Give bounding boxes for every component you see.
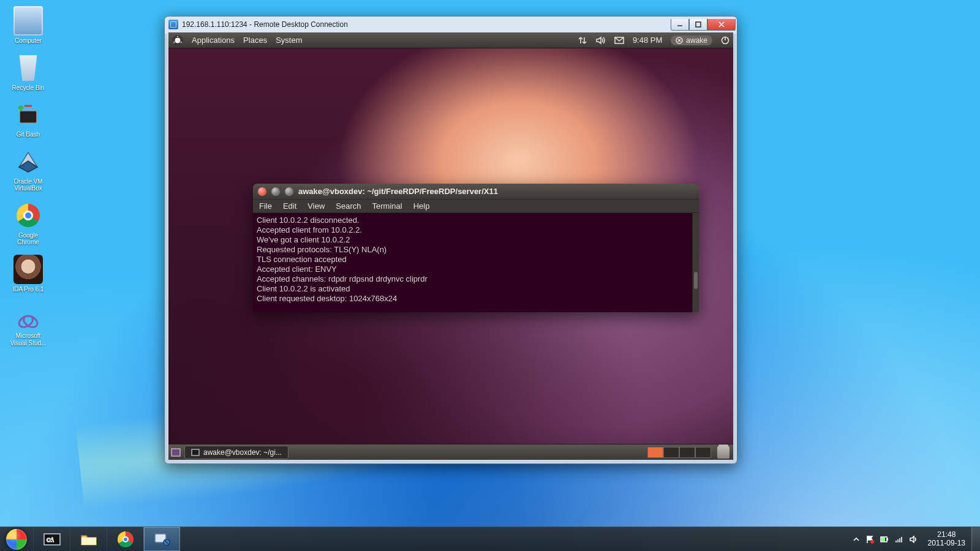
menu-places[interactable]: Places	[243, 36, 267, 45]
terminal-output[interactable]: Client 10.0.2.2 disconnected. Accepted c…	[253, 213, 699, 312]
window-buttons	[671, 19, 736, 31]
tray-flag-icon[interactable]	[865, 535, 874, 544]
desktop-icon-computer[interactable]: Computer	[4, 4, 53, 51]
virtualbox-icon	[13, 147, 43, 176]
close-button[interactable]	[707, 19, 736, 31]
desktop-icons: Computer Recycle Bin Git Bash Oracle VM …	[4, 4, 59, 353]
rdp-window[interactable]: 192.168.1.110:1234 - Remote Desktop Conn…	[164, 16, 737, 464]
desktop-icon-virtualbox[interactable]: Oracle VM VirtualBox	[4, 144, 53, 198]
terminal-minimize-button[interactable]	[271, 187, 280, 196]
start-button[interactable]	[0, 527, 33, 551]
menu-applications[interactable]: Applications	[192, 36, 235, 45]
term-line: We've got a client 10.0.2.2	[257, 235, 350, 244]
terminal-menu-file[interactable]: File	[259, 201, 272, 211]
term-line: Requested protocols: TLS(Y) NLA(n)	[257, 245, 386, 254]
rdp-client-area: Applications Places System 9:48 PM awake	[168, 32, 733, 460]
terminal-menu-help[interactable]: Help	[413, 201, 430, 211]
terminal-maximize-button[interactable]	[285, 187, 293, 196]
ubuntu-desktop[interactable]: Applications Places System 9:48 PM awake	[168, 32, 733, 460]
term-line: TLS connection accepted	[257, 255, 347, 264]
visual-studio-icon	[13, 301, 43, 331]
user-name: awake	[686, 36, 707, 45]
workspace-1[interactable]	[647, 447, 663, 458]
terminal-menu-search[interactable]: Search	[336, 201, 361, 211]
chrome-icon	[13, 201, 43, 230]
user-menu[interactable]: awake	[671, 36, 712, 45]
svg-rect-6	[192, 449, 199, 455]
rdp-title: 192.168.1.110:1234 - Remote Desktop Conn…	[182, 20, 348, 29]
svg-rect-0	[20, 111, 37, 123]
gnome-top-panel[interactable]: Applications Places System 9:48 PM awake	[168, 32, 733, 48]
tray-volume-icon[interactable]	[910, 536, 918, 543]
computer-icon	[13, 6, 43, 36]
label: Microsoft	[4, 332, 53, 340]
gnome-terminal-window[interactable]: awake@vboxdev: ~/git/FreeRDP/FreeRDP/ser…	[253, 184, 699, 312]
win7-desktop[interactable]: Computer Recycle Bin Git Bash Oracle VM …	[0, 0, 980, 551]
gnome-bottom-panel[interactable]: awake@vboxdev: ~/gi...	[168, 444, 733, 460]
taskbar-window-label: awake@vboxdev: ~/gi...	[203, 448, 282, 457]
power-icon[interactable]	[721, 36, 729, 45]
label: Google	[4, 232, 53, 239]
terminal-close-button[interactable]	[258, 187, 266, 196]
git-bash-icon	[13, 100, 43, 129]
taskbar-clock[interactable]: 21:48 2011-09-13	[924, 531, 969, 548]
svg-rect-9	[81, 538, 96, 545]
terminal-menu-terminal[interactable]: Terminal	[372, 201, 402, 211]
label2: Visual Stud...	[4, 340, 53, 347]
rdp-titlebar[interactable]: 192.168.1.110:1234 - Remote Desktop Conn…	[165, 17, 737, 32]
svg-point-12	[870, 540, 874, 544]
desktop-icon-recycle-bin[interactable]: Recycle Bin	[4, 51, 53, 98]
workspace-2[interactable]	[663, 447, 679, 458]
desktop-icon-visual-studio[interactable]: Microsoft Visual Stud...	[4, 299, 53, 353]
label: IDA Pro 6.1	[4, 286, 53, 293]
terminal-menubar[interactable]: File Edit View Search Terminal Help	[253, 200, 699, 213]
workspace-4[interactable]	[695, 447, 711, 458]
taskbar-app-rdp[interactable]	[143, 527, 180, 551]
label2: VirtualBox	[4, 185, 53, 192]
label: Oracle VM	[4, 178, 53, 186]
show-desktop-button[interactable]	[971, 527, 980, 551]
label: Computer	[4, 37, 53, 45]
terminal-titlebar[interactable]: awake@vboxdev: ~/git/FreeRDP/FreeRDP/ser…	[253, 184, 699, 200]
minimize-button[interactable]	[671, 19, 689, 31]
desktop-icon-ida-pro[interactable]: IDA Pro 6.1	[4, 252, 53, 299]
desktop-icon-git-bash[interactable]: Git Bash	[4, 97, 53, 144]
gnome-clock[interactable]: 9:48 PM	[633, 36, 662, 45]
mail-icon[interactable]	[614, 37, 624, 44]
tray-wifi-icon[interactable]	[895, 536, 903, 543]
show-desktop-icon[interactable]	[168, 448, 183, 457]
svg-rect-1	[696, 22, 701, 27]
rdp-app-icon	[168, 20, 178, 29]
term-line: Client requested desktop: 1024x768x24	[257, 294, 397, 303]
desktop-icon-chrome[interactable]: Google Chrome	[4, 198, 53, 252]
ida-pro-icon	[13, 255, 43, 284]
tray-power-icon[interactable]	[880, 536, 889, 543]
network-icon[interactable]	[578, 36, 587, 45]
taskbar-app-chrome[interactable]	[107, 527, 143, 551]
trash-icon[interactable]	[717, 446, 729, 459]
terminal-title: awake@vboxdev: ~/git/FreeRDP/FreeRDP/ser…	[298, 187, 498, 196]
taskbar-window-button[interactable]: awake@vboxdev: ~/gi...	[184, 446, 288, 459]
workspace-3[interactable]	[679, 447, 695, 458]
windows-logo-icon	[6, 529, 27, 550]
terminal-menu-edit[interactable]: Edit	[283, 201, 296, 211]
terminal-scrollbar[interactable]	[692, 213, 699, 312]
label2: Chrome	[4, 239, 53, 246]
taskbar-app-cmd[interactable]: C:\	[33, 527, 70, 551]
term-line: Accepted client: ENVY	[257, 264, 337, 274]
maximize-button[interactable]	[689, 19, 707, 31]
svg-rect-15	[881, 538, 885, 541]
system-tray[interactable]: 21:48 2011-09-13	[847, 527, 971, 551]
win7-taskbar[interactable]: C:\ 21:48 2011-09-13	[0, 527, 980, 551]
term-line: Client 10.0.2.2 is activated	[257, 284, 350, 293]
menu-system[interactable]: System	[276, 36, 302, 45]
svg-rect-14	[887, 538, 888, 541]
label: Recycle Bin	[4, 84, 53, 92]
ubuntu-logo-icon	[172, 35, 183, 46]
volume-icon[interactable]	[596, 36, 606, 45]
taskbar-app-explorer[interactable]	[70, 527, 107, 551]
terminal-menu-view[interactable]: View	[307, 201, 325, 211]
workspace-switcher[interactable]	[647, 447, 711, 458]
tray-chevron-icon[interactable]	[853, 536, 859, 543]
frame-right	[733, 34, 737, 460]
